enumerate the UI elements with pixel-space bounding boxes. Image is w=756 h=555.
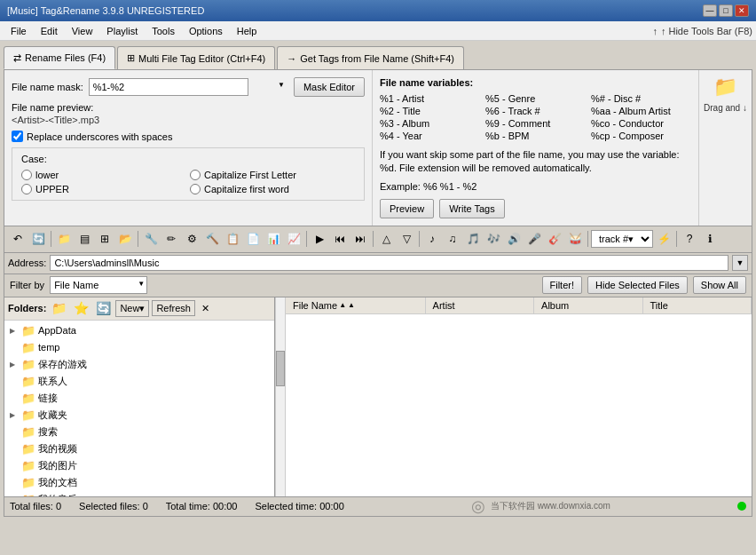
address-input[interactable] <box>50 255 728 271</box>
write-tags-button[interactable]: Write Tags <box>439 199 505 218</box>
tb-back-icon[interactable]: ↶ <box>8 229 28 249</box>
tb-next-icon[interactable]: ⏭ <box>350 229 370 249</box>
filter-button[interactable]: Filter! <box>542 276 583 294</box>
tb-tool1-icon[interactable]: 🔧 <box>141 229 161 249</box>
menu-file[interactable]: File <box>4 24 34 38</box>
tb-audio7-icon[interactable]: 🎸 <box>545 229 564 249</box>
folder-star-btn[interactable]: ⭐ <box>71 298 91 318</box>
preview-button[interactable]: Preview <box>380 199 434 218</box>
show-all-button[interactable]: Show All <box>693 276 746 294</box>
tb-info-icon[interactable]: ℹ <box>700 229 720 249</box>
tb-grid-icon[interactable]: ⊞ <box>95 229 114 249</box>
col-header-album[interactable]: Album <box>534 297 642 313</box>
col-header-filename[interactable]: File Name ▲ <box>286 297 426 313</box>
address-dropdown-btn[interactable]: ▼ <box>732 255 748 271</box>
menu-tools[interactable]: Tools <box>145 24 182 38</box>
folder-home-btn[interactable]: 📁 <box>49 298 68 318</box>
tb-down-icon[interactable]: ▽ <box>397 229 416 249</box>
tb-help-icon[interactable]: ? <box>680 229 699 249</box>
tb-tool4-icon[interactable]: 🔨 <box>202 229 222 249</box>
case-lower-radio[interactable] <box>21 170 32 180</box>
track-combo[interactable]: track #▾ <box>591 230 653 248</box>
tab-bar: ⇄ Rename Files (F4) ⊞ Multi File Tag Edi… <box>0 41 756 69</box>
folder-refresh-text-btn[interactable]: Refresh <box>152 300 195 316</box>
col-header-title[interactable]: Title <box>643 297 752 313</box>
file-list <box>286 314 752 496</box>
tb-sep-3 <box>306 231 307 247</box>
minimize-btn[interactable]: — <box>703 4 717 17</box>
folder-new-btn[interactable]: New▾ <box>115 300 149 317</box>
folder-scrollbar[interactable] <box>275 297 286 496</box>
tb-tool2-icon[interactable]: ✏ <box>161 229 181 249</box>
folder-contacts[interactable]: 📁 联系人 <box>6 373 272 390</box>
close-btn[interactable]: ✕ <box>735 4 749 17</box>
folder-my-pictures[interactable]: 📁 我的图片 <box>6 457 272 474</box>
menu-options[interactable]: Options <box>182 24 230 38</box>
tb-folder-icon[interactable]: 📁 <box>54 229 74 249</box>
menu-view[interactable]: View <box>65 24 100 38</box>
tab-multitag[interactable]: ⊞ Multi File Tag Editor (Ctrl+F4) <box>117 46 275 69</box>
folder-temp[interactable]: 📁 temp <box>6 339 272 356</box>
folder-my-docs-label: 我的文档 <box>38 476 77 489</box>
tb-audio1-icon[interactable]: ♪ <box>422 229 442 249</box>
tb-prev-icon[interactable]: ⏮ <box>330 229 350 249</box>
folder-search[interactable]: 📁 搜索 <box>6 424 272 440</box>
tb-tool5-icon[interactable]: 📋 <box>223 229 242 249</box>
tb-audio5-icon[interactable]: 🔊 <box>504 229 524 249</box>
tb-play-icon[interactable]: ▶ <box>310 229 329 249</box>
tb-audio2-icon[interactable]: ♫ <box>443 229 462 249</box>
tb-tool3-icon[interactable]: ⚙ <box>182 229 201 249</box>
tb-open-icon[interactable]: 📂 <box>115 229 135 249</box>
tb-tool8-icon[interactable]: 📈 <box>284 229 303 249</box>
folder-temp-icon: 📁 <box>21 341 35 354</box>
folder-my-docs[interactable]: 📁 我的文档 <box>6 474 272 491</box>
tb-extra-icon[interactable]: ⚡ <box>654 229 673 249</box>
var-4: %4 - Year <box>380 131 480 141</box>
folder-links[interactable]: 📁 链接 <box>6 390 272 407</box>
tab-rename[interactable]: ⇄ Rename Files (F4) <box>4 46 115 69</box>
tb-sep-7 <box>676 231 677 247</box>
mask-input[interactable] <box>89 78 248 96</box>
folder-refresh-btn[interactable]: 🔄 <box>93 298 113 318</box>
tb-tool7-icon[interactable]: 📊 <box>264 229 283 249</box>
hide-selected-button[interactable]: Hide Selected Files <box>587 276 688 294</box>
folder-saved-games[interactable]: ▶ 📁 保存的游戏 <box>6 356 272 373</box>
folder-my-videos[interactable]: 📁 我的视频 <box>6 440 272 457</box>
file-header: File Name ▲ Artist Album Title <box>286 297 752 314</box>
col-header-artist[interactable]: Artist <box>426 297 534 313</box>
variables-table: %1 - Artist %5 - Genre %# - Disc # %2 - … <box>380 93 691 141</box>
tb-refresh-icon[interactable]: 🔄 <box>28 229 48 249</box>
filter-select[interactable]: File Name Artist Album Title <box>50 276 147 294</box>
folder-appdata-icon: 📁 <box>21 324 35 337</box>
folder-search-label: 搜索 <box>38 425 58 439</box>
address-label: Address: <box>8 258 46 268</box>
replace-underscores-checkbox[interactable] <box>12 131 23 142</box>
tb-up-icon[interactable]: △ <box>376 229 396 249</box>
scrollbar-thumb[interactable] <box>276 351 285 386</box>
tab-gettags[interactable]: → Get Tags from File Name (Shift+F4) <box>277 46 464 69</box>
var-9: %9 - Comment <box>485 118 586 129</box>
mask-editor-button[interactable]: Mask Editor <box>294 77 365 97</box>
menu-playlist[interactable]: Playlist <box>99 24 145 38</box>
tb-tool6-icon[interactable]: 📄 <box>243 229 263 249</box>
drag-drop-panel[interactable]: 📁 Drag and ↓ <box>698 70 752 226</box>
folder-my-music[interactable]: 📁 我的音乐 <box>6 491 272 496</box>
tb-audio8-icon[interactable]: 🥁 <box>565 229 585 249</box>
case-capitalize-first-word-radio[interactable] <box>190 184 201 194</box>
hide-tools-button[interactable]: ↑ ↑ Hide Tools Bar (F8) <box>652 26 752 36</box>
menu-help[interactable]: Help <box>230 24 264 38</box>
tb-audio3-icon[interactable]: 🎵 <box>463 229 483 249</box>
folder-appdata[interactable]: ▶ 📁 AppData <box>6 322 272 339</box>
menu-edit[interactable]: Edit <box>34 24 65 38</box>
tb-audio6-icon[interactable]: 🎤 <box>524 229 544 249</box>
case-upper-radio[interactable] <box>21 184 32 194</box>
tb-list-icon[interactable]: ▤ <box>75 229 94 249</box>
folder-favorites[interactable]: ▶ 📁 收藏夹 <box>6 407 272 424</box>
var-b: %b - BPM <box>485 131 586 141</box>
tb-audio4-icon[interactable]: 🎶 <box>484 229 503 249</box>
folder-close-btn[interactable]: ✕ <box>198 301 213 316</box>
case-capitalize-first-letter-radio[interactable] <box>190 170 201 180</box>
mask-row: File name mask: Mask Editor <box>12 77 365 97</box>
folder-favorites-tri: ▶ <box>10 411 19 419</box>
maximize-btn[interactable]: □ <box>719 4 733 17</box>
